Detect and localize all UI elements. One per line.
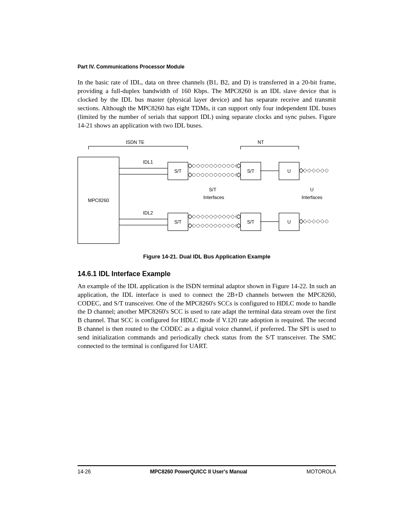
squiggle-u-top <box>303 169 329 172</box>
squiggle-bot-b <box>192 224 237 227</box>
line-to-u-bot <box>260 221 279 222</box>
subheading-14-6-1: 14.6.1 IDL Interface Example <box>78 270 336 278</box>
box-u-top: U <box>279 162 299 180</box>
box-st-bot-right: S/T <box>240 213 261 231</box>
label-u-interfaces-1: U <box>310 187 314 192</box>
label-idl1: IDL1 <box>143 159 153 165</box>
label-st-3: S/T <box>174 219 181 224</box>
bracket-nt-right <box>299 146 299 149</box>
box-st-top-right: S/T <box>240 162 261 180</box>
bracket-nt-left <box>240 146 241 149</box>
paragraph-example: An example of the IDL application is the… <box>78 282 336 351</box>
footer-company: MOTOROLA <box>307 469 336 475</box>
line-idl1-bot <box>119 174 168 174</box>
label-nt: NT <box>258 140 264 145</box>
line-to-u-top <box>260 171 279 171</box>
figure-caption: Figure 14-21. Dual IDL Bus Application E… <box>78 253 336 260</box>
box-mpc8260: MPC8260 <box>78 157 119 244</box>
box-u-bot: U <box>279 213 299 231</box>
bracket-isdn-te-left <box>88 146 89 149</box>
label-u-interfaces-2: Interfaces <box>302 195 322 200</box>
line-idl2-top <box>119 219 168 219</box>
line-idl1-top <box>119 168 168 168</box>
paragraph-intro: In the basic rate of IDL, data on three … <box>78 78 336 130</box>
label-mpc8260: MPC8260 <box>88 198 109 203</box>
part-header: Part IV. Communications Processor Module <box>78 64 336 70</box>
footer-rule <box>78 465 336 466</box>
label-st-2: S/T <box>247 168 254 174</box>
label-st-interfaces-2: Interfaces <box>203 195 224 200</box>
bracket-nt-top <box>240 146 299 146</box>
figure-14-21: ISDN TE NT MPC8260 IDL1 S/T <box>78 140 336 260</box>
squiggle-bot-a <box>192 215 237 218</box>
footer-row: 14-26 MPC8260 PowerQUICC II User's Manua… <box>78 469 336 475</box>
footer-manual-title: MPC8260 PowerQUICC II User's Manual <box>150 469 247 475</box>
line-idl2-bot <box>119 225 168 225</box>
label-idl2: IDL2 <box>143 210 153 215</box>
label-st-1: S/T <box>174 168 181 174</box>
label-u-2: U <box>287 219 291 224</box>
bracket-isdn-te-right <box>187 146 188 149</box>
label-isdn-te: ISDN TE <box>126 140 144 145</box>
bracket-isdn-te-top <box>88 146 187 146</box>
squiggle-top-b <box>192 173 237 177</box>
box-st-top-left: S/T <box>168 162 188 180</box>
squiggle-u-bot <box>303 220 329 223</box>
squiggle-top-a <box>192 164 237 168</box>
box-st-bot-left: S/T <box>168 213 188 231</box>
label-st-interfaces-1: S/T <box>209 187 216 192</box>
footer-page-number: 14-26 <box>78 469 91 475</box>
label-u-1: U <box>287 168 291 174</box>
label-st-4: S/T <box>247 219 254 224</box>
